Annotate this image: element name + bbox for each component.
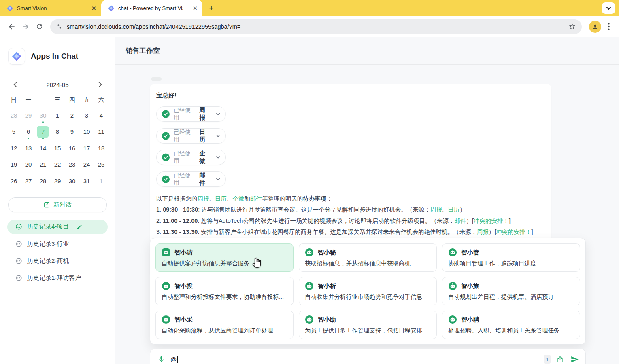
used-tool-button[interactable]: 已经使用周报: [156, 106, 226, 122]
agent-card-8[interactable]: 智小助为员工提供日常工作管理支持，包括日程安排: [299, 311, 437, 339]
calendar-day[interactable]: 26: [6, 173, 21, 189]
calendar-day[interactable]: 16: [65, 140, 79, 157]
calendar-day[interactable]: 28: [36, 173, 50, 189]
send-button[interactable]: [569, 354, 580, 364]
calendar-day[interactable]: 14: [36, 140, 50, 157]
sidebar: Apps In Chat 2024-05 日一二三四五六 28293012345…: [0, 37, 115, 364]
agent-card-7[interactable]: 智小采自动化采购流程，从供应商管理到订单处理: [155, 311, 294, 339]
site-info-icon[interactable]: [56, 23, 63, 30]
calendar-day[interactable]: 11: [94, 124, 108, 140]
back-button[interactable]: [5, 20, 19, 34]
inline-link[interactable]: 日历: [448, 206, 459, 213]
inline-link[interactable]: 周报: [198, 195, 209, 202]
tab-chat[interactable]: chat - Powered by Smart Visi ✕: [101, 0, 202, 16]
upload-button[interactable]: [555, 354, 565, 364]
agent-card-1[interactable]: 智小访自动提供客户拜访信息并整合服务: [155, 243, 294, 272]
inline-link[interactable]: 冲突的安排！: [496, 229, 531, 235]
calendar-day[interactable]: 4: [94, 107, 108, 124]
used-tool-button[interactable]: 已经使用日历: [156, 128, 226, 144]
check-circle-icon: [162, 153, 170, 161]
tab-smart-vision[interactable]: Smart Vision ✕: [0, 0, 101, 16]
tab-search-chevron-button[interactable]: [602, 2, 615, 14]
inline-link[interactable]: 冲突的安排！: [474, 218, 509, 224]
calendar-day[interactable]: 24: [79, 157, 94, 173]
url-text[interactable]: smartvision.dcclouds.com/appsinchat/2404…: [67, 23, 564, 30]
calendar-day[interactable]: 15: [50, 140, 65, 157]
event-dot: [42, 121, 44, 123]
agent-card-4[interactable]: 智小投自动整理和分析投标文件要求，协助准备投标...: [155, 277, 294, 305]
calendar-day[interactable]: 20: [21, 157, 36, 173]
reload-button[interactable]: [32, 20, 46, 34]
bookmark-star-icon[interactable]: [568, 23, 576, 30]
inline-link[interactable]: 周报: [477, 229, 489, 235]
calendar-day[interactable]: 18: [94, 140, 108, 157]
calendar-day[interactable]: 21: [36, 157, 50, 173]
calendar-day[interactable]: 12: [6, 140, 21, 157]
calendar-day[interactable]: 13: [21, 140, 36, 157]
calendar-day[interactable]: 3: [79, 107, 94, 124]
calendar-day[interactable]: 8: [50, 124, 65, 140]
edit-pencil-icon[interactable]: [76, 224, 83, 230]
calendar-day[interactable]: 19: [6, 157, 21, 173]
calendar-day[interactable]: 2: [65, 107, 79, 124]
inline-link[interactable]: 周报: [430, 206, 442, 213]
calendar-day[interactable]: 1: [94, 173, 108, 189]
agent-card-5[interactable]: 智小析自动收集并分析行业市场趋势和竞争对手信息: [299, 277, 437, 305]
inline-link[interactable]: 企微: [233, 195, 245, 202]
used-prefix: 已经使用: [174, 150, 195, 165]
calendar-day[interactable]: 17: [79, 140, 94, 157]
agent-card-6[interactable]: 智小旅自动规划出差日程，提供机票、酒店预订: [442, 277, 580, 305]
calendar-weekday: 六: [94, 95, 108, 105]
message-line: 以下是根据您的周报、日历、企微和邮件等整理的明天的待办事项：: [156, 193, 545, 205]
browser-menu-button[interactable]: [604, 21, 614, 33]
history-item[interactable]: 历史记录2-商机: [0, 253, 115, 270]
calendar-day[interactable]: 31: [79, 173, 94, 189]
message-line: 2. 11:00 - 12:00: 您将与AutoTech公司的张先生进行一场关…: [156, 216, 545, 227]
agent-description: 协助项目管理工作，追踪项目进度: [448, 260, 574, 267]
profile-avatar[interactable]: [589, 21, 601, 33]
history-item[interactable]: 历史记录1-拜访客户: [0, 270, 115, 287]
calendar-day[interactable]: 7: [36, 124, 50, 140]
workspace-header: 销售工作室: [115, 37, 619, 65]
agent-card-3[interactable]: 智小管协助项目管理工作，追踪项目进度: [442, 243, 580, 272]
calendar-day[interactable]: 10: [79, 124, 94, 140]
calendar-day[interactable]: 30: [36, 107, 50, 124]
history-item[interactable]: 历史记录4-项目: [7, 220, 108, 234]
calendar-day[interactable]: 5: [6, 124, 21, 140]
calendar-day[interactable]: 27: [21, 173, 36, 189]
new-chat-button[interactable]: 新对话: [8, 197, 107, 212]
calendar-day[interactable]: 22: [50, 157, 65, 173]
calendar-prev-button[interactable]: [11, 80, 19, 89]
robot-icon: [305, 248, 314, 257]
address-bar[interactable]: smartvision.dcclouds.com/appsinchat/2404…: [50, 19, 582, 34]
inline-link[interactable]: 日历: [215, 195, 227, 202]
close-icon[interactable]: ✕: [91, 5, 96, 11]
diamond-logo-icon: [11, 51, 22, 61]
calendar-day[interactable]: 30: [65, 173, 79, 189]
calendar-day[interactable]: 6: [21, 124, 36, 140]
close-icon[interactable]: ✕: [192, 5, 198, 11]
calendar-weekday: 二: [36, 95, 50, 105]
history-item[interactable]: 历史记录3-行业: [0, 236, 115, 253]
chevron-down-icon: [216, 134, 220, 138]
agent-name: 智小析: [318, 282, 336, 290]
agent-card-9[interactable]: 智小聘处理招聘、入职、培训和员工关系管理任务: [442, 311, 580, 339]
inline-link[interactable]: 邮件: [454, 218, 466, 224]
message-input[interactable]: @: [170, 356, 540, 363]
chat-smiley-icon: [15, 241, 22, 248]
calendar-day[interactable]: 29: [50, 173, 65, 189]
calendar-day[interactable]: 29: [21, 107, 36, 124]
calendar-day[interactable]: 25: [94, 157, 108, 173]
new-tab-button[interactable]: +: [206, 3, 217, 14]
calendar-day[interactable]: 28: [6, 107, 21, 124]
calendar-day[interactable]: 1: [50, 107, 65, 124]
inline-link[interactable]: 邮件: [250, 195, 262, 202]
used-tool-button[interactable]: 已经使用邮件: [156, 171, 226, 187]
used-tool-button[interactable]: 已经使用企微: [156, 150, 226, 165]
calendar-day[interactable]: 23: [65, 157, 79, 173]
calendar-next-button[interactable]: [96, 80, 104, 89]
forward-button[interactable]: [19, 20, 32, 34]
agent-card-2[interactable]: 智小秘获取招标信息，并从招标信息中获取商机: [299, 243, 437, 272]
calendar-day[interactable]: 9: [65, 124, 79, 140]
mic-button[interactable]: [156, 354, 166, 364]
